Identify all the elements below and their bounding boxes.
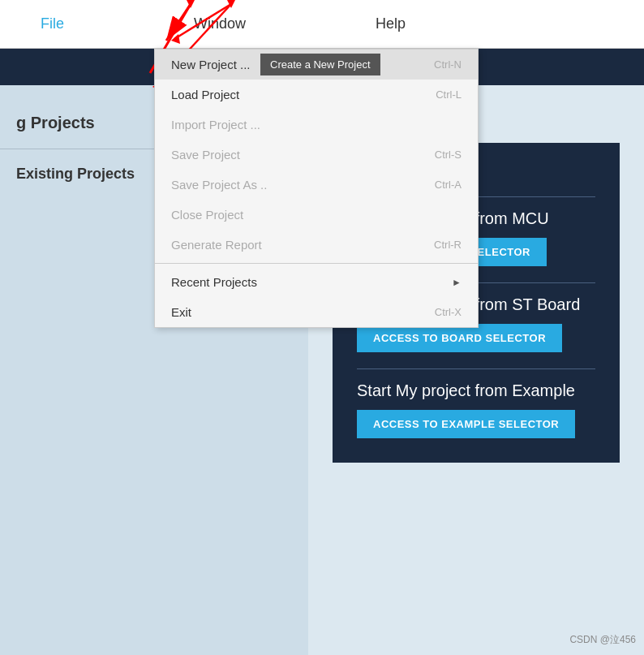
dropdown-import-project: Import Project ... bbox=[155, 110, 478, 140]
menu-window[interactable]: Window bbox=[170, 7, 270, 41]
dropdown-recent-projects[interactable]: Recent Projects ► bbox=[155, 267, 478, 297]
dropdown-load-project[interactable]: Load Project Ctrl-L bbox=[155, 80, 478, 110]
menu-bar: File Window Help bbox=[0, 0, 644, 49]
new-project-shortcut: Ctrl-N bbox=[434, 58, 462, 71]
exit-shortcut: Ctrl-X bbox=[435, 306, 462, 318]
dropdown-new-project[interactable]: New Project ... Ctrl-N Create a New Proj… bbox=[155, 50, 478, 80]
dropdown-exit[interactable]: Exit Ctrl-X bbox=[155, 297, 478, 327]
menu-help[interactable]: Help bbox=[351, 7, 430, 41]
recent-projects-label: Recent Projects bbox=[171, 275, 257, 289]
import-project-label: Import Project ... bbox=[171, 118, 260, 131]
generate-report-shortcut: Ctrl-R bbox=[434, 239, 462, 251]
dropdown-save-project: Save Project Ctrl-S bbox=[155, 140, 478, 170]
save-project-as-shortcut: Ctrl-A bbox=[435, 179, 462, 191]
exit-label: Exit bbox=[171, 305, 191, 319]
save-project-as-label: Save Project As .. bbox=[171, 178, 267, 192]
save-project-shortcut: Ctrl-S bbox=[435, 149, 462, 161]
save-project-label: Save Project bbox=[171, 148, 240, 162]
load-project-shortcut: Ctrl-L bbox=[436, 88, 462, 101]
dropdown-close-project: Close Project bbox=[155, 200, 478, 230]
generate-report-label: Generate Report bbox=[171, 238, 262, 252]
dropdown-save-project-as: Save Project As .. Ctrl-A bbox=[155, 170, 478, 200]
example-option-title: Start My project from Example bbox=[357, 381, 595, 400]
menu-file[interactable]: File bbox=[16, 7, 88, 41]
submenu-arrow-icon: ► bbox=[452, 277, 462, 288]
board-selector-button[interactable]: ACCESS TO BOARD SELECTOR bbox=[357, 324, 562, 352]
new-project-label: New Project ... bbox=[171, 58, 251, 71]
dropdown-generate-report: Generate Report Ctrl-R bbox=[155, 230, 478, 260]
watermark: CSDN @泣456 bbox=[569, 633, 636, 647]
load-project-label: Load Project bbox=[171, 88, 239, 101]
new-project-tooltip: Create a New Project bbox=[260, 54, 380, 75]
close-project-label: Close Project bbox=[171, 208, 243, 222]
file-dropdown-menu: New Project ... Ctrl-N Create a New Proj… bbox=[154, 49, 479, 328]
example-selector-button[interactable]: ACCESS TO EXAMPLE SELECTOR bbox=[357, 410, 575, 438]
